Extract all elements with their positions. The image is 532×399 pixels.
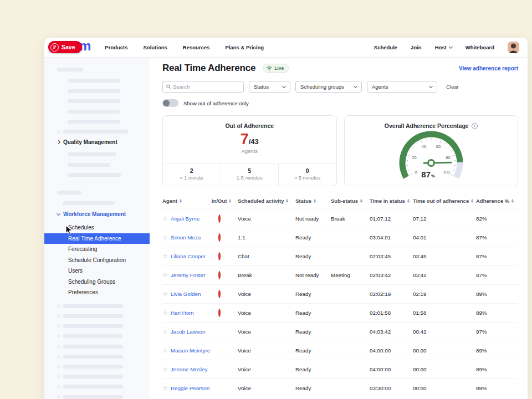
agent-name-link[interactable]: Hari Horn (171, 310, 194, 316)
sidebar-item-schedules[interactable]: Schedules (44, 222, 150, 233)
gauge-pivot (428, 160, 434, 166)
sidebar-skeleton-group (57, 355, 150, 359)
gauge-track-arc (456, 162, 460, 177)
scheduled-activity-cell: Break (238, 272, 295, 278)
column-header-sub-status[interactable]: Sub-status (331, 198, 370, 204)
column-header-agent[interactable]: Agent (162, 198, 212, 204)
sidebar-skeleton-group (57, 375, 150, 378)
in-out-cell (212, 216, 238, 222)
sidebar-skeleton-group (57, 130, 150, 134)
star-icon[interactable]: ☆ (162, 366, 168, 372)
star-icon[interactable]: ☆ (162, 216, 168, 222)
agent-name-link[interactable]: Reggie Pearson (171, 385, 209, 391)
nav-item-plans-pricing[interactable]: Plans & Pricing (225, 44, 264, 50)
sidebar-skeleton-bar (68, 120, 120, 124)
svg-text:%: % (431, 173, 435, 178)
agent-name-link[interactable]: Livia Golden (171, 291, 201, 297)
adherence-percent-cell: 87% (476, 234, 518, 241)
nav-item-resources[interactable]: Resources (183, 44, 210, 50)
agent-cell: ☆Jacob Lawson (162, 329, 212, 335)
time-in-status-cell: 02:03:42 (370, 272, 413, 278)
column-header-in-out[interactable]: In/Out (212, 198, 238, 204)
agent-name-link[interactable]: Maison Mcintyre (171, 347, 210, 354)
sidebar-section-quality-management[interactable]: Quality Management (57, 139, 150, 145)
star-icon[interactable]: ☆ (162, 272, 168, 278)
sidebar-section-workforce-management[interactable]: Workforce Management (57, 211, 150, 217)
agent-cell: ☆Jeremy Foster (162, 272, 212, 278)
sidebar-skeleton-bar (68, 152, 116, 156)
view-adherence-report-link[interactable]: View adherence report (459, 65, 518, 71)
breakdown-stat: 2< 1 minute (163, 163, 221, 186)
adherence-percent-cell: 89% (476, 347, 518, 354)
column-header-status[interactable]: Status (295, 198, 331, 204)
svg-text:60: 60 (436, 144, 441, 149)
nav-item-join[interactable]: Join (411, 44, 422, 50)
sidebar-item-forecasting[interactable]: Forecasting (44, 244, 150, 255)
wifi-icon (267, 66, 272, 71)
column-header-label: Adherence % (476, 198, 509, 204)
agent-name-link[interactable]: Simon Meza (171, 234, 201, 241)
table-row: ☆Anjali ByrneVoiceNot readyBreak01:07:12… (162, 209, 518, 228)
star-icon[interactable]: ☆ (162, 291, 168, 297)
table-row: ☆Livia GoldenVoiceReady02:02:1902:1989% (162, 284, 518, 303)
agent-name-link[interactable]: Liliana Cooper (171, 253, 206, 259)
show-out-of-adherence-toggle[interactable] (162, 99, 178, 107)
column-header-adherence-[interactable]: Adherence % (476, 198, 518, 204)
star-icon[interactable]: ☆ (162, 347, 168, 354)
out-of-adherence-dot (218, 290, 221, 298)
user-avatar[interactable] (508, 42, 519, 53)
agent-name-link[interactable]: Jerome Mosley (171, 366, 207, 372)
out-of-adherence-card: Out of Adherence 7 /43 Agents 2< 1 minut… (162, 115, 337, 186)
star-icon[interactable]: ☆ (162, 329, 168, 335)
star-icon[interactable]: ☆ (162, 385, 168, 391)
sort-icon (471, 199, 473, 203)
nav-item-products[interactable]: Products (105, 44, 127, 50)
search-input[interactable] (173, 84, 240, 90)
sidebar-item-real-time-adherence[interactable]: Real Time Adherence (44, 233, 150, 244)
sidebar-skeleton-group (57, 324, 150, 328)
chevron-down-icon (354, 84, 357, 88)
svg-text:40: 40 (422, 144, 426, 149)
clear-filters-button[interactable]: Clear (446, 84, 459, 90)
adherence-percent-cell: 89% (476, 310, 518, 316)
sidebar-item-scheduling-groups[interactable]: Scheduling Groups (44, 277, 150, 288)
agents-table: AgentIn/OutScheduled activityStatusSub-s… (162, 195, 518, 397)
star-icon[interactable]: ☆ (162, 310, 168, 316)
column-header-scheduled-activity[interactable]: Scheduled activity (238, 198, 295, 204)
overall-adherence-card: Overall Adherence Percentage i 020406080… (344, 115, 519, 186)
scheduling-groups-select[interactable]: Scheduling groups (295, 81, 362, 93)
agents-select[interactable]: Agents (367, 81, 437, 93)
search-icon (166, 84, 171, 89)
agent-name-link[interactable]: Jacob Lawson (171, 329, 206, 335)
quality-management-label: Quality Management (63, 139, 117, 145)
star-icon[interactable]: ☆ (162, 234, 168, 241)
toggle-label: Show out of adherence only (183, 100, 249, 106)
star-icon[interactable]: ☆ (162, 253, 168, 259)
agent-name-link[interactable]: Jeremy Foster (171, 272, 206, 278)
sub-status-cell: Meeting (331, 272, 370, 278)
column-header-time-out-of-adherence[interactable]: Time out of adherence (413, 198, 476, 204)
time-in-status-cell: 04:03:42 (370, 329, 413, 335)
nav-item-whiteboard[interactable]: Whiteboard (466, 44, 494, 50)
column-header-time-in-status[interactable]: Time in status (370, 198, 413, 204)
sidebar-item-preferences[interactable]: Preferences (44, 287, 150, 298)
status-select[interactable]: Status (249, 81, 290, 93)
avatar-image (508, 42, 519, 53)
adherence-percent-cell: 89% (476, 291, 518, 297)
agent-cell: ☆Hari Horn (162, 310, 212, 316)
time-out-of-adherence-cell: 00:42 (413, 329, 476, 335)
out-of-adherence-count: 7 (241, 131, 249, 147)
nav-item-schedule[interactable]: Schedule (374, 44, 397, 50)
top-navbar: m ProductsSolutionsResourcesPlans & Pric… (44, 38, 528, 58)
nav-item-solutions[interactable]: Solutions (144, 44, 167, 50)
info-icon[interactable]: i (472, 123, 478, 129)
scheduled-activity-cell: Voice (238, 310, 295, 316)
sidebar-item-users[interactable]: Users (44, 265, 150, 277)
nav-item-host[interactable]: Host (435, 44, 452, 50)
column-header-label: Agent (162, 198, 177, 204)
sidebar-item-schedule-configuration[interactable]: Schedule Configuration (44, 255, 150, 266)
out-of-adherence-breakdown: 2< 1 minute51-5 minutes0> 5 minutes (163, 163, 336, 186)
agent-name-link[interactable]: Anjali Byrne (171, 216, 200, 222)
pinterest-save-button[interactable]: P Save (48, 41, 82, 53)
scheduling-groups-label: Scheduling groups (300, 84, 344, 90)
